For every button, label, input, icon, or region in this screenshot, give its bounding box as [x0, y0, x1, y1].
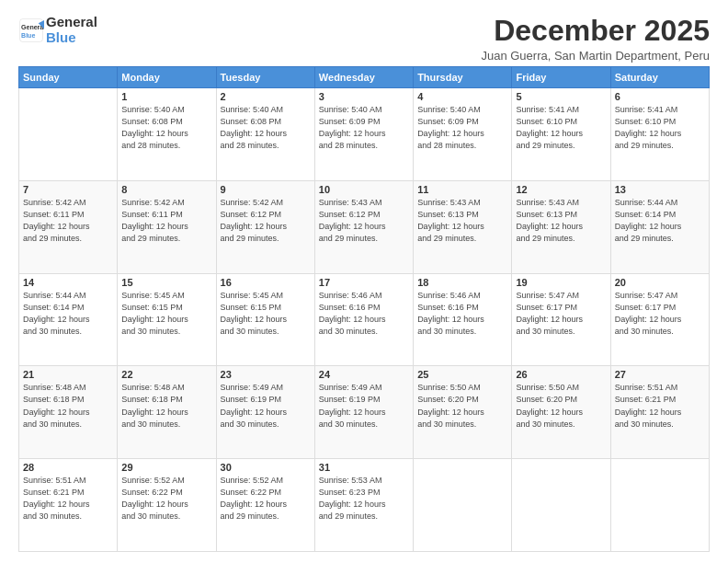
- logo-icon: General Blue: [18, 17, 44, 43]
- calendar-week-4: 21Sunrise: 5:48 AM Sunset: 6:18 PM Dayli…: [19, 366, 710, 459]
- day-number: 4: [417, 91, 507, 102]
- calendar-cell: [610, 459, 709, 552]
- day-number: 2: [221, 91, 311, 102]
- calendar-cell: 18Sunrise: 5:46 AM Sunset: 6:16 PM Dayli…: [414, 273, 512, 366]
- calendar-cell: 20Sunrise: 5:47 AM Sunset: 6:17 PM Dayli…: [610, 273, 709, 366]
- day-number: 25: [417, 369, 507, 380]
- day-number: 8: [121, 184, 211, 195]
- calendar-cell: 12Sunrise: 5:43 AM Sunset: 6:13 PM Dayli…: [512, 180, 610, 273]
- day-number: 27: [615, 369, 705, 380]
- day-number: 22: [121, 369, 211, 380]
- calendar-cell: 14Sunrise: 5:44 AM Sunset: 6:14 PM Dayli…: [19, 273, 118, 366]
- day-info: Sunrise: 5:45 AM Sunset: 6:15 PM Dayligh…: [121, 290, 211, 338]
- day-number: 31: [319, 462, 409, 473]
- day-number: 7: [23, 184, 113, 195]
- title-block: December 2025 Juan Guerra, San Martin De…: [481, 15, 710, 63]
- day-info: Sunrise: 5:43 AM Sunset: 6:12 PM Dayligh…: [319, 197, 409, 245]
- day-info: Sunrise: 5:52 AM Sunset: 6:22 PM Dayligh…: [221, 475, 311, 523]
- day-info: Sunrise: 5:50 AM Sunset: 6:20 PM Dayligh…: [417, 382, 507, 430]
- day-number: 30: [221, 462, 311, 473]
- month-title: December 2025: [481, 15, 710, 47]
- calendar-cell: 6Sunrise: 5:41 AM Sunset: 6:10 PM Daylig…: [610, 88, 709, 181]
- calendar-week-1: 1Sunrise: 5:40 AM Sunset: 6:08 PM Daylig…: [19, 88, 710, 181]
- day-number: 1: [121, 91, 211, 102]
- calendar-week-2: 7Sunrise: 5:42 AM Sunset: 6:11 PM Daylig…: [19, 180, 710, 273]
- weekday-header-friday: Friday: [512, 67, 610, 88]
- day-number: 23: [221, 369, 311, 380]
- day-number: 13: [615, 184, 705, 195]
- calendar-cell: 17Sunrise: 5:46 AM Sunset: 6:16 PM Dayli…: [314, 273, 413, 366]
- day-info: Sunrise: 5:46 AM Sunset: 6:16 PM Dayligh…: [319, 290, 409, 338]
- header: General Blue General Blue December 2025 …: [18, 15, 710, 63]
- calendar-cell: 29Sunrise: 5:52 AM Sunset: 6:22 PM Dayli…: [118, 459, 216, 552]
- day-number: 5: [516, 91, 606, 102]
- svg-text:Blue: Blue: [21, 31, 35, 38]
- day-number: 19: [516, 277, 606, 288]
- weekday-row: SundayMondayTuesdayWednesdayThursdayFrid…: [19, 67, 710, 88]
- calendar-cell: [19, 88, 118, 181]
- calendar-cell: 25Sunrise: 5:50 AM Sunset: 6:20 PM Dayli…: [414, 366, 512, 459]
- calendar-cell: 5Sunrise: 5:41 AM Sunset: 6:10 PM Daylig…: [512, 88, 610, 181]
- weekday-header-monday: Monday: [118, 67, 216, 88]
- weekday-header-tuesday: Tuesday: [216, 67, 314, 88]
- calendar-cell: [414, 459, 512, 552]
- logo-text: General Blue: [46, 15, 97, 45]
- day-info: Sunrise: 5:44 AM Sunset: 6:14 PM Dayligh…: [615, 197, 705, 245]
- calendar-cell: 4Sunrise: 5:40 AM Sunset: 6:09 PM Daylig…: [414, 88, 512, 181]
- day-info: Sunrise: 5:48 AM Sunset: 6:18 PM Dayligh…: [121, 382, 211, 430]
- calendar-cell: 22Sunrise: 5:48 AM Sunset: 6:18 PM Dayli…: [118, 366, 216, 459]
- day-number: 12: [516, 184, 606, 195]
- calendar-cell: 8Sunrise: 5:42 AM Sunset: 6:11 PM Daylig…: [118, 180, 216, 273]
- calendar-cell: 16Sunrise: 5:45 AM Sunset: 6:15 PM Dayli…: [216, 273, 314, 366]
- day-number: 6: [615, 91, 705, 102]
- calendar-cell: 27Sunrise: 5:51 AM Sunset: 6:21 PM Dayli…: [610, 366, 709, 459]
- day-info: Sunrise: 5:40 AM Sunset: 6:09 PM Dayligh…: [417, 104, 507, 152]
- calendar-cell: 9Sunrise: 5:42 AM Sunset: 6:12 PM Daylig…: [216, 180, 314, 273]
- day-info: Sunrise: 5:52 AM Sunset: 6:22 PM Dayligh…: [121, 475, 211, 523]
- day-info: Sunrise: 5:42 AM Sunset: 6:11 PM Dayligh…: [23, 197, 113, 245]
- day-info: Sunrise: 5:47 AM Sunset: 6:17 PM Dayligh…: [516, 290, 606, 338]
- calendar-cell: 3Sunrise: 5:40 AM Sunset: 6:09 PM Daylig…: [314, 88, 413, 181]
- calendar-cell: 15Sunrise: 5:45 AM Sunset: 6:15 PM Dayli…: [118, 273, 216, 366]
- day-number: 14: [23, 277, 113, 288]
- day-info: Sunrise: 5:47 AM Sunset: 6:17 PM Dayligh…: [615, 290, 705, 338]
- day-info: Sunrise: 5:49 AM Sunset: 6:19 PM Dayligh…: [221, 382, 311, 430]
- calendar-cell: 11Sunrise: 5:43 AM Sunset: 6:13 PM Dayli…: [414, 180, 512, 273]
- calendar-cell: 10Sunrise: 5:43 AM Sunset: 6:12 PM Dayli…: [314, 180, 413, 273]
- calendar-cell: 31Sunrise: 5:53 AM Sunset: 6:23 PM Dayli…: [314, 459, 413, 552]
- day-info: Sunrise: 5:40 AM Sunset: 6:09 PM Dayligh…: [319, 104, 409, 152]
- logo-line1: General: [46, 15, 97, 30]
- day-info: Sunrise: 5:51 AM Sunset: 6:21 PM Dayligh…: [615, 382, 705, 430]
- day-number: 21: [23, 369, 113, 380]
- day-number: 3: [319, 91, 409, 102]
- calendar-cell: 7Sunrise: 5:42 AM Sunset: 6:11 PM Daylig…: [19, 180, 118, 273]
- day-info: Sunrise: 5:42 AM Sunset: 6:12 PM Dayligh…: [221, 197, 311, 245]
- calendar-cell: 21Sunrise: 5:48 AM Sunset: 6:18 PM Dayli…: [19, 366, 118, 459]
- calendar-table: SundayMondayTuesdayWednesdayThursdayFrid…: [18, 66, 710, 552]
- day-info: Sunrise: 5:43 AM Sunset: 6:13 PM Dayligh…: [417, 197, 507, 245]
- logo: General Blue General Blue: [18, 15, 97, 45]
- calendar-cell: 13Sunrise: 5:44 AM Sunset: 6:14 PM Dayli…: [610, 180, 709, 273]
- calendar-cell: 1Sunrise: 5:40 AM Sunset: 6:08 PM Daylig…: [118, 88, 216, 181]
- calendar-cell: 2Sunrise: 5:40 AM Sunset: 6:08 PM Daylig…: [216, 88, 314, 181]
- day-number: 28: [23, 462, 113, 473]
- logo-line2: Blue: [46, 29, 76, 45]
- day-info: Sunrise: 5:43 AM Sunset: 6:13 PM Dayligh…: [516, 197, 606, 245]
- day-number: 20: [615, 277, 705, 288]
- day-number: 17: [319, 277, 409, 288]
- calendar-cell: 26Sunrise: 5:50 AM Sunset: 6:20 PM Dayli…: [512, 366, 610, 459]
- page: General Blue General Blue December 2025 …: [0, 0, 728, 563]
- calendar-cell: 30Sunrise: 5:52 AM Sunset: 6:22 PM Dayli…: [216, 459, 314, 552]
- day-number: 18: [417, 277, 507, 288]
- day-info: Sunrise: 5:40 AM Sunset: 6:08 PM Dayligh…: [121, 104, 211, 152]
- day-info: Sunrise: 5:50 AM Sunset: 6:20 PM Dayligh…: [516, 382, 606, 430]
- weekday-header-sunday: Sunday: [19, 67, 118, 88]
- weekday-header-thursday: Thursday: [414, 67, 512, 88]
- day-number: 11: [417, 184, 507, 195]
- day-info: Sunrise: 5:51 AM Sunset: 6:21 PM Dayligh…: [23, 475, 113, 523]
- calendar-cell: 19Sunrise: 5:47 AM Sunset: 6:17 PM Dayli…: [512, 273, 610, 366]
- day-number: 24: [319, 369, 409, 380]
- day-number: 9: [221, 184, 311, 195]
- calendar-cell: 23Sunrise: 5:49 AM Sunset: 6:19 PM Dayli…: [216, 366, 314, 459]
- day-number: 15: [121, 277, 211, 288]
